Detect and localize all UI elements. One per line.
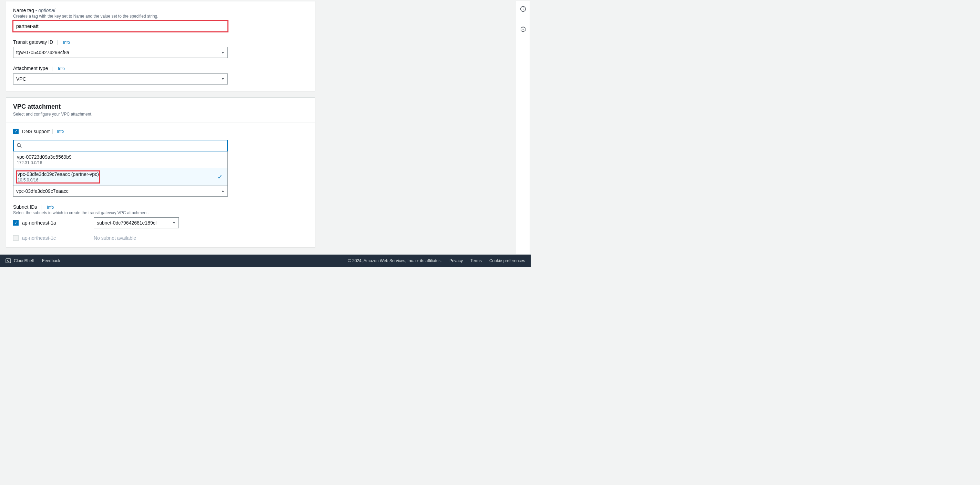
svg-line-1 bbox=[20, 146, 21, 148]
svg-rect-3 bbox=[523, 9, 523, 10]
divider bbox=[57, 40, 57, 45]
subnet-ids-info-link[interactable]: Info bbox=[47, 205, 54, 210]
divider bbox=[52, 129, 53, 134]
vpc-search-input-wrap[interactable] bbox=[13, 140, 228, 152]
subnet-ids-label: Subnet IDs bbox=[13, 204, 37, 210]
vpc-search-input[interactable] bbox=[24, 143, 224, 148]
dns-support-label: DNS support bbox=[22, 129, 49, 134]
subnet-az-label: ap-northeast-1a bbox=[22, 220, 56, 226]
search-icon bbox=[16, 143, 22, 148]
hexagon-icon bbox=[520, 26, 526, 32]
empty-side-area bbox=[320, 1, 516, 254]
vpc-option[interactable]: vpc-00723d09a3e5569b9 172.31.0.0/16 bbox=[13, 152, 228, 168]
subnet-row: ap-northeast-1a subnet-0dc79642681e189cf bbox=[13, 217, 308, 228]
terms-link[interactable]: Terms bbox=[470, 258, 482, 263]
tgw-id-label: Transit gateway ID bbox=[13, 39, 53, 45]
attachment-type-label: Attachment type bbox=[13, 65, 48, 71]
divider bbox=[52, 67, 52, 72]
vpc-attachment-subtitle: Select and configure your VPC attachment… bbox=[13, 112, 308, 116]
dns-support-info-link[interactable]: Info bbox=[57, 129, 64, 134]
vpc-option-cidr: 10.5.0.0/16 bbox=[18, 178, 99, 182]
svg-point-0 bbox=[17, 144, 20, 147]
tgw-id-value: tgw-07054d8274298cf8a bbox=[16, 49, 69, 55]
vpc-option-cidr: 172.31.0.0/16 bbox=[17, 160, 224, 165]
name-tag-input[interactable] bbox=[13, 21, 228, 32]
cloudshell-button[interactable]: CloudShell bbox=[5, 258, 34, 263]
tgw-info-link[interactable]: Info bbox=[63, 40, 70, 45]
vpc-option[interactable]: vpc-03dfe3dc09c7eaacc (partner-vpc) 10.5… bbox=[13, 168, 228, 185]
vpc-option-id: vpc-03dfe3dc09c7eaacc (partner-vpc) bbox=[18, 171, 99, 177]
check-icon: ✓ bbox=[218, 173, 223, 181]
vpc-attachment-panel: VPC attachment Select and configure your… bbox=[6, 97, 315, 247]
subnet-select[interactable]: subnet-0dc79642681e189cf bbox=[94, 217, 179, 228]
attachment-type-select[interactable]: VPC bbox=[13, 73, 228, 85]
cloudshell-icon bbox=[5, 258, 11, 263]
attachment-type-value: VPC bbox=[16, 76, 26, 82]
subnet-az-label: ap-northeast-1c bbox=[22, 235, 56, 241]
details-panel: Name tag - optional Creates a tag with t… bbox=[6, 1, 315, 91]
vpc-id-selected-value: vpc-03dfe3dc09c7eaacc bbox=[16, 188, 68, 194]
dns-support-checkbox[interactable] bbox=[13, 129, 19, 134]
dns-support-row: DNS support Info bbox=[13, 129, 308, 134]
name-tag-label: Name tag bbox=[13, 8, 34, 13]
name-tag-optional: - optional bbox=[34, 8, 55, 13]
subnet-ids-helper: Select the subnets in which to create th… bbox=[13, 211, 308, 215]
svg-point-6 bbox=[522, 29, 523, 30]
right-tools-panel bbox=[516, 1, 530, 254]
svg-point-4 bbox=[522, 7, 523, 8]
divider bbox=[41, 205, 41, 210]
svg-rect-7 bbox=[6, 259, 11, 263]
info-panel-toggle[interactable] bbox=[518, 4, 528, 14]
name-tag-helper: Creates a tag with the key set to Name a… bbox=[13, 14, 308, 19]
tgw-id-select[interactable]: tgw-07054d8274298cf8a bbox=[13, 47, 228, 58]
attachment-type-info-link[interactable]: Info bbox=[58, 66, 65, 71]
vpc-id-select[interactable]: vpc-03dfe3dc09c7eaacc bbox=[13, 185, 228, 196]
vpc-attachment-title: VPC attachment bbox=[13, 103, 308, 110]
console-footer: CloudShell Feedback © 2024, Amazon Web S… bbox=[0, 255, 531, 267]
name-tag-field: Name tag - optional Creates a tag with t… bbox=[13, 8, 308, 32]
cookie-preferences-link[interactable]: Cookie preferences bbox=[489, 258, 525, 263]
subnet-az-checkbox-disabled bbox=[13, 235, 19, 241]
subnet-value: subnet-0dc79642681e189cf bbox=[97, 220, 157, 226]
subnet-unavailable-text: No subnet available bbox=[94, 235, 136, 241]
info-icon bbox=[520, 6, 526, 12]
vpc-options-list: vpc-00723d09a3e5569b9 172.31.0.0/16 vpc-… bbox=[13, 152, 228, 185]
feedback-link[interactable]: Feedback bbox=[42, 258, 60, 263]
settings-toggle[interactable] bbox=[518, 24, 528, 35]
privacy-link[interactable]: Privacy bbox=[449, 258, 463, 263]
attachment-type-field: Attachment type Info VPC bbox=[13, 65, 308, 84]
subnet-row: ap-northeast-1c No subnet available bbox=[13, 235, 308, 241]
subnet-az-checkbox[interactable] bbox=[13, 220, 19, 226]
cloudshell-label: CloudShell bbox=[14, 258, 34, 263]
tgw-id-field: Transit gateway ID Info tgw-07054d827429… bbox=[13, 39, 308, 58]
vpc-option-id: vpc-00723d09a3e5569b9 bbox=[17, 154, 224, 160]
copyright-text: © 2024, Amazon Web Services, Inc. or its… bbox=[348, 258, 442, 263]
